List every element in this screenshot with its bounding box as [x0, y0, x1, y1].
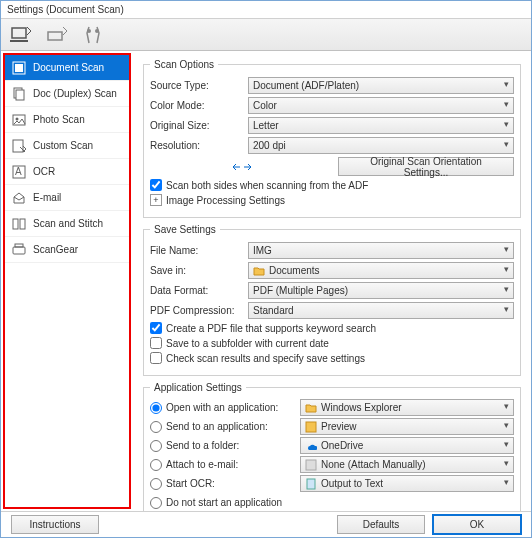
sidebar-item-photo-scan[interactable]: Photo Scan: [5, 107, 129, 133]
footer: Instructions Defaults OK: [1, 511, 531, 537]
window-title: Settings (Document Scan): [7, 4, 124, 15]
sidebar-item-label: Custom Scan: [33, 140, 93, 151]
sidebar-item-ocr[interactable]: A OCR: [5, 159, 129, 185]
no-start-app-radio[interactable]: [150, 497, 162, 509]
scan-both-sides-checkbox[interactable]: [150, 179, 162, 191]
orientation-settings-button[interactable]: Original Scan Orientation Settings...: [338, 157, 514, 176]
main-panel: Scan Options Source Type: Document (ADF/…: [133, 51, 531, 511]
none-icon: [304, 458, 317, 471]
save-subfolder-label: Save to a subfolder with current date: [166, 338, 329, 349]
titlebar: Settings (Document Scan): [1, 1, 531, 19]
svg-rect-18: [306, 422, 316, 432]
plus-icon: +: [150, 194, 162, 206]
ok-button[interactable]: OK: [433, 515, 521, 534]
send-to-app-select[interactable]: Preview: [300, 418, 514, 435]
sidebar-item-document-scan[interactable]: Document Scan: [5, 55, 129, 81]
data-format-label: Data Format:: [150, 285, 248, 296]
pdf-compression-label: PDF Compression:: [150, 305, 248, 316]
send-to-app-label: Send to an application:: [166, 421, 268, 432]
image-processing-label: Image Processing Settings: [166, 195, 285, 206]
sidebar-item-email[interactable]: E-mail: [5, 185, 129, 211]
link-icon[interactable]: [232, 161, 252, 173]
source-type-label: Source Type:: [150, 80, 248, 91]
open-with-app-select[interactable]: Windows Explorer: [300, 399, 514, 416]
svg-point-4: [95, 29, 99, 33]
send-to-folder-label: Send to a folder:: [166, 440, 239, 451]
svg-rect-11: [13, 140, 23, 152]
sidebar-item-scan-stitch[interactable]: Scan and Stitch: [5, 211, 129, 237]
scan-options-legend: Scan Options: [150, 59, 218, 70]
attach-email-label: Attach to e-mail:: [166, 459, 238, 470]
check-scan-results-checkbox[interactable]: [150, 352, 162, 364]
attach-email-select[interactable]: None (Attach Manually): [300, 456, 514, 473]
no-start-app-label: Do not start an application: [166, 497, 282, 508]
sidebar: Document Scan Doc (Duplex) Scan Photo Sc…: [3, 53, 131, 509]
sidebar-item-custom-scan[interactable]: Custom Scan: [5, 133, 129, 159]
scan-from-panel-icon[interactable]: [45, 23, 69, 47]
custom-scan-icon: [11, 138, 27, 154]
file-name-input[interactable]: IMG: [248, 242, 514, 259]
open-with-app-radio[interactable]: [150, 402, 162, 414]
svg-rect-15: [20, 219, 25, 229]
scan-both-sides-label: Scan both sides when scanning from the A…: [166, 180, 368, 191]
scangear-icon: [11, 242, 27, 258]
sidebar-item-label: ScanGear: [33, 244, 78, 255]
sidebar-item-scangear[interactable]: ScanGear: [5, 237, 129, 263]
email-icon: [11, 190, 27, 206]
pdf-compression-select[interactable]: Standard: [248, 302, 514, 319]
svg-rect-19: [306, 460, 316, 470]
svg-rect-0: [12, 28, 26, 38]
defaults-button[interactable]: Defaults: [337, 515, 425, 534]
send-to-app-radio[interactable]: [150, 421, 162, 433]
start-ocr-select[interactable]: Output to Text: [300, 475, 514, 492]
resolution-label: Resolution:: [150, 140, 248, 151]
open-with-app-label: Open with an application:: [166, 402, 278, 413]
svg-text:A: A: [15, 166, 22, 177]
send-to-folder-radio[interactable]: [150, 440, 162, 452]
save-settings-legend: Save Settings: [150, 224, 220, 235]
instructions-button[interactable]: Instructions: [11, 515, 99, 534]
photo-scan-icon: [11, 112, 27, 128]
start-ocr-radio[interactable]: [150, 478, 162, 490]
scan-options-group: Scan Options Source Type: Document (ADF/…: [143, 59, 521, 218]
original-size-label: Original Size:: [150, 120, 248, 131]
scan-from-computer-icon[interactable]: [9, 23, 33, 47]
save-in-select[interactable]: Documents: [248, 262, 514, 279]
file-name-label: File Name:: [150, 245, 248, 256]
svg-rect-14: [13, 219, 18, 229]
sidebar-item-label: Doc (Duplex) Scan: [33, 88, 117, 99]
attach-email-radio[interactable]: [150, 459, 162, 471]
source-type-select[interactable]: Document (ADF/Platen): [248, 77, 514, 94]
image-processing-expander[interactable]: + Image Processing Settings: [150, 194, 514, 206]
onedrive-icon: [304, 439, 317, 452]
create-pdf-keyword-label: Create a PDF file that supports keyword …: [166, 323, 376, 334]
sidebar-item-label: Document Scan: [33, 62, 104, 73]
preview-icon: [304, 420, 317, 433]
original-size-select[interactable]: Letter: [248, 117, 514, 134]
folder-icon: [252, 264, 265, 277]
color-mode-select[interactable]: Color: [248, 97, 514, 114]
create-pdf-keyword-checkbox[interactable]: [150, 322, 162, 334]
svg-rect-8: [16, 90, 24, 100]
send-to-folder-select[interactable]: OneDrive: [300, 437, 514, 454]
resolution-select[interactable]: 200 dpi: [248, 137, 514, 154]
text-output-icon: [304, 477, 317, 490]
check-scan-results-label: Check scan results and specify save sett…: [166, 353, 365, 364]
stitch-icon: [11, 216, 27, 232]
save-subfolder-checkbox[interactable]: [150, 337, 162, 349]
application-settings-legend: Application Settings: [150, 382, 246, 393]
document-scan-icon: [11, 60, 27, 76]
sidebar-item-label: E-mail: [33, 192, 61, 203]
data-format-select[interactable]: PDF (Multiple Pages): [248, 282, 514, 299]
svg-rect-17: [15, 244, 23, 247]
svg-point-3: [87, 29, 91, 33]
sidebar-item-doc-duplex-scan[interactable]: Doc (Duplex) Scan: [5, 81, 129, 107]
svg-rect-16: [13, 247, 25, 254]
toolbar: [1, 19, 531, 51]
general-settings-icon[interactable]: [81, 23, 105, 47]
ocr-icon: A: [11, 164, 27, 180]
svg-rect-6: [15, 64, 23, 72]
sidebar-item-label: OCR: [33, 166, 55, 177]
color-mode-label: Color Mode:: [150, 100, 248, 111]
save-in-label: Save in:: [150, 265, 248, 276]
